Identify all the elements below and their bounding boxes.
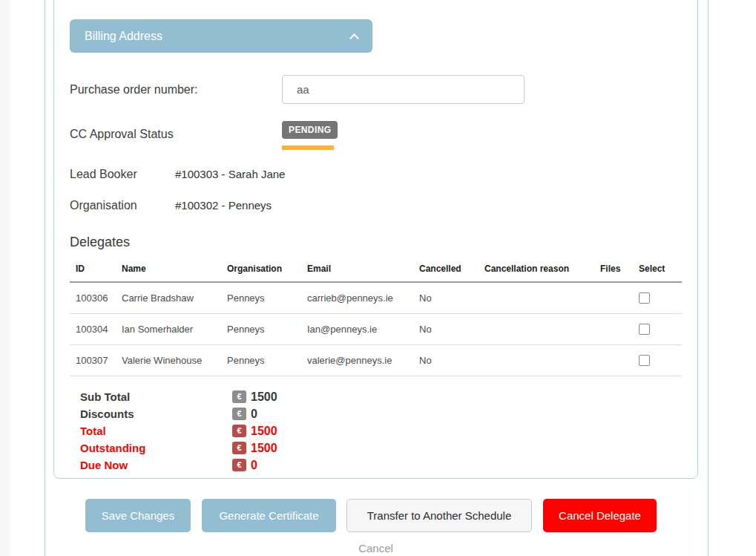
select-checkbox[interactable]	[639, 292, 650, 304]
cell-select	[639, 314, 682, 345]
total-value: 1500	[251, 425, 277, 438]
status-underline	[282, 145, 334, 150]
select-checkbox[interactable]	[639, 355, 650, 366]
cell-email: carrieb@penneys.ie	[307, 282, 419, 314]
total-label: Sub Total	[80, 390, 232, 403]
cell-id: 100306	[70, 282, 122, 314]
booking-details-card: Billing Address Purchase order number: C…	[53, 0, 698, 479]
container-right-border	[708, 0, 709, 556]
purchase-order-row: Purchase order number:	[70, 75, 682, 104]
lead-booker-row: Lead Booker #100303 - Sarah Jane	[70, 168, 682, 181]
organisation-value: #100302 - Penneys	[175, 199, 272, 212]
cell-id: 100304	[70, 314, 122, 345]
lead-booker-label: Lead Booker	[70, 168, 175, 181]
cell-files	[600, 345, 639, 376]
purchase-order-input[interactable]	[282, 75, 525, 104]
organisation-label: Organisation	[70, 199, 175, 212]
table-header-row: IDNameOrganisationEmailCancelledCancella…	[70, 258, 682, 282]
delegates-heading: Delegates	[70, 235, 682, 250]
cc-approval-label: CC Approval Status	[70, 121, 282, 141]
euro-icon: €	[232, 408, 246, 420]
total-row: Outstanding€1500	[80, 439, 682, 457]
total-row: Sub Total€1500	[80, 388, 682, 405]
column-header: ID	[70, 258, 122, 282]
totals-summary: Sub Total€1500Discounts€0Total€1500Outst…	[80, 388, 682, 474]
cell-select	[639, 345, 682, 376]
total-value: 0	[251, 459, 257, 472]
total-row: Discounts€0	[80, 405, 682, 422]
cell-name: Valerie Winehouse	[122, 345, 227, 376]
total-value: 1500	[251, 442, 277, 455]
total-row: Due Now€0	[80, 457, 682, 474]
total-label: Due Now	[80, 459, 232, 471]
cancel-delegate-button[interactable]: Cancel Delegate	[543, 499, 657, 532]
column-header: Organisation	[227, 258, 307, 282]
page-gutter	[0, 0, 10, 556]
save-changes-button[interactable]: Save Changes	[85, 499, 191, 532]
cell-email: Ian@penneys.ie	[307, 314, 419, 345]
cell-organisation: Penneys	[227, 282, 307, 314]
billing-address-label: Billing Address	[85, 30, 162, 43]
cell-organisation: Penneys	[227, 314, 307, 345]
table-row: 100304Ian SomerhalderPenneysIan@penneys.…	[70, 314, 682, 345]
cell-files	[600, 314, 639, 345]
euro-icon: €	[232, 425, 246, 437]
table-row: 100307Valerie WinehousePenneysvalerie@pe…	[70, 345, 682, 376]
container-left-border	[45, 0, 45, 556]
action-buttons: Save Changes Generate Certificate Transf…	[85, 499, 657, 532]
euro-icon: €	[232, 459, 246, 471]
cell-cancellation-reason	[484, 314, 600, 345]
cell-cancellation-reason	[484, 282, 600, 314]
delegates-table: IDNameOrganisationEmailCancelledCancella…	[70, 258, 682, 376]
table-row: 100306Carrie BradshawPenneyscarrieb@penn…	[70, 282, 682, 314]
cell-email: valerie@penneys.ie	[307, 345, 419, 376]
chevron-up-icon	[349, 33, 359, 43]
cc-approval-row: CC Approval Status PENDING	[70, 121, 682, 150]
column-header: Cancellation reason	[484, 258, 600, 282]
billing-address-toggle[interactable]: Billing Address	[70, 19, 372, 53]
cell-cancelled: No	[419, 282, 484, 314]
total-label: Outstanding	[80, 442, 232, 454]
cell-select	[639, 282, 682, 314]
cell-cancellation-reason	[484, 345, 600, 376]
cell-name: Carrie Bradshaw	[122, 282, 227, 314]
column-header: Name	[122, 258, 227, 282]
column-header: Select	[639, 258, 682, 282]
column-header: Files	[600, 258, 639, 282]
status-badge: PENDING	[282, 121, 338, 139]
cell-cancelled: No	[419, 314, 484, 345]
euro-icon: €	[232, 390, 246, 403]
purchase-order-label: Purchase order number:	[70, 83, 282, 97]
cell-name: Ian Somerhalder	[122, 314, 227, 345]
cc-approval-status: PENDING	[282, 121, 338, 150]
cell-organisation: Penneys	[227, 345, 307, 376]
cell-cancelled: No	[419, 345, 484, 376]
cancel-link[interactable]: Cancel	[53, 542, 698, 555]
select-checkbox[interactable]	[639, 324, 650, 335]
total-label: Total	[80, 425, 232, 437]
total-row: Total€1500	[80, 422, 682, 439]
generate-certificate-button[interactable]: Generate Certificate	[202, 499, 336, 532]
euro-icon: €	[232, 442, 246, 454]
transfer-schedule-button[interactable]: Transfer to Another Schedule	[346, 499, 532, 532]
total-value: 1500	[251, 390, 277, 404]
lead-booker-value: #100303 - Sarah Jane	[175, 168, 285, 180]
total-value: 0	[251, 408, 257, 421]
cell-files	[600, 282, 639, 314]
column-header: Email	[307, 258, 419, 282]
organisation-row: Organisation #100302 - Penneys	[70, 199, 682, 212]
total-label: Discounts	[80, 408, 232, 420]
column-header: Cancelled	[419, 258, 484, 282]
cell-id: 100307	[70, 345, 122, 376]
